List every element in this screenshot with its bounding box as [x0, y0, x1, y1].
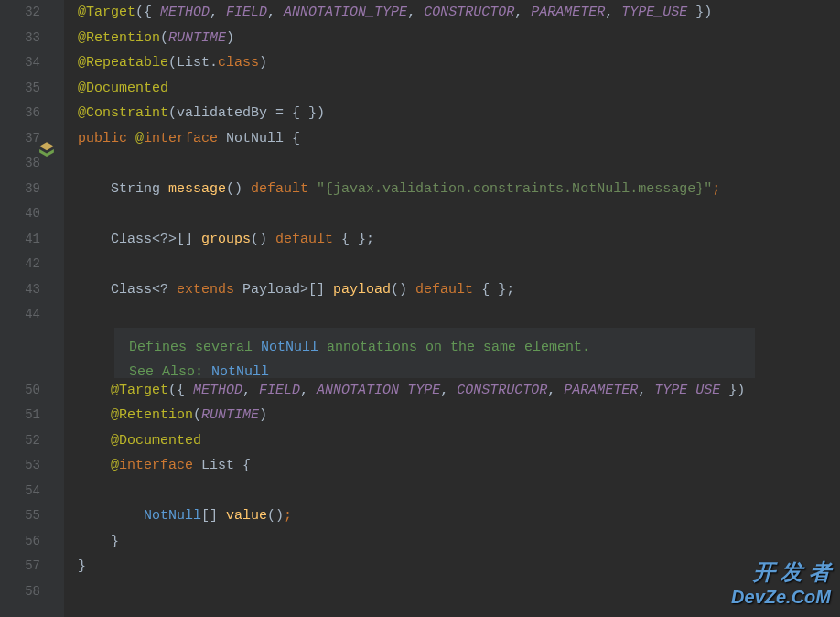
line-num[interactable]: 53 [0, 453, 40, 479]
line-num[interactable]: 40 [0, 201, 40, 227]
code-line-39[interactable]: String message() default "{javax.validat… [78, 177, 840, 202]
code-line-42[interactable] [78, 252, 840, 277]
implementation-icon[interactable] [38, 141, 55, 157]
line-num[interactable]: 35 [0, 76, 40, 102]
code-line-37[interactable]: public @interface NotNull { [78, 126, 840, 152]
line-num[interactable]: 57 [0, 554, 40, 579]
line-num[interactable]: 41 [0, 227, 40, 253]
line-num[interactable]: 38 [0, 151, 40, 177]
code-line-41[interactable]: Class<?>[] groups() default { }; [78, 227, 840, 253]
code-line-50[interactable]: @Target({ METHOD, FIELD, ANNOTATION_TYPE… [78, 378, 840, 404]
line-num[interactable]: 37 [0, 126, 40, 152]
watermark-line1: 开 发 者 [731, 559, 831, 586]
line-num[interactable]: 44 [0, 302, 40, 328]
code-line-52[interactable]: @Documented [78, 428, 840, 454]
code-line-51[interactable]: @Retention(RUNTIME) [78, 403, 840, 428]
javadoc-block: Defines several NotNull annotations on t… [114, 328, 755, 378]
watermark: 开 发 者 DevZe.CoM [731, 559, 831, 608]
code-line-57[interactable]: } [78, 554, 840, 579]
code-line-40[interactable] [78, 201, 840, 227]
line-num[interactable]: 36 [0, 101, 40, 126]
gutter: 32 33 34 35 36 37 38 39 40 41 42 43 44 5… [0, 0, 64, 617]
code-line-38[interactable] [78, 151, 840, 177]
line-num[interactable] [0, 352, 40, 378]
code-line-56[interactable]: } [78, 529, 840, 555]
code-line-34[interactable]: @Repeatable(List.class) [78, 50, 840, 76]
code-line-36[interactable]: @Constraint(validatedBy = { }) [78, 101, 840, 126]
code-line-44[interactable] [78, 302, 840, 328]
line-num[interactable]: 54 [0, 479, 40, 504]
code-line-43[interactable]: Class<? extends Payload>[] payload() def… [78, 277, 840, 303]
line-num[interactable]: 55 [0, 503, 40, 529]
line-num[interactable]: 56 [0, 529, 40, 555]
line-num[interactable] [0, 328, 40, 353]
code-line-53[interactable]: @interface List { [78, 453, 840, 479]
watermark-line2: DevZe.CoM [731, 586, 831, 608]
line-num[interactable]: 51 [0, 403, 40, 428]
line-num[interactable]: 32 [0, 0, 40, 26]
line-num[interactable]: 39 [0, 177, 40, 202]
line-num[interactable]: 52 [0, 428, 40, 454]
code-line-54[interactable] [78, 479, 840, 504]
code-editor: 32 33 34 35 36 37 38 39 40 41 42 43 44 5… [0, 0, 840, 617]
code-line-35[interactable]: @Documented [78, 76, 840, 102]
line-num[interactable]: 42 [0, 252, 40, 277]
line-num[interactable]: 43 [0, 277, 40, 303]
code-line-32[interactable]: @Target({ METHOD, FIELD, ANNOTATION_TYPE… [78, 0, 840, 26]
line-num[interactable]: 50 [0, 378, 40, 404]
line-num[interactable]: 34 [0, 50, 40, 76]
line-num[interactable]: 58 [0, 579, 40, 605]
code-line-33[interactable]: @Retention(RUNTIME) [78, 26, 840, 51]
code-line-55[interactable]: NotNull[] value(); [78, 503, 840, 529]
line-num[interactable]: 33 [0, 26, 40, 51]
line-numbers: 32 33 34 35 36 37 38 39 40 41 42 43 44 5… [0, 0, 64, 604]
code-content[interactable]: @Target({ METHOD, FIELD, ANNOTATION_TYPE… [64, 0, 840, 617]
